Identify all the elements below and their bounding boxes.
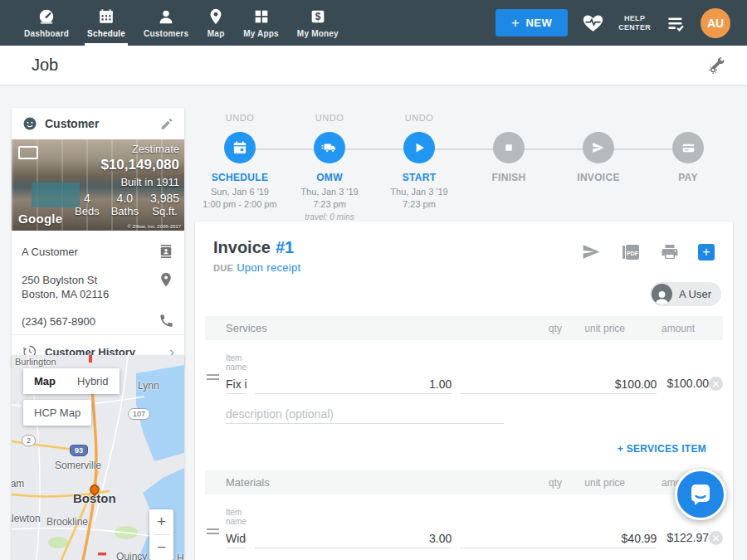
chat-messenger-button[interactable] bbox=[675, 469, 726, 520]
route-107-shield: 107 bbox=[128, 408, 150, 420]
invoice-step-icon[interactable] bbox=[583, 132, 614, 163]
step-label: SCHEDULE bbox=[212, 172, 268, 183]
due-value-link[interactable]: Upon receipt bbox=[237, 261, 300, 274]
step-date-line: Thu, Jan 3 '19 bbox=[390, 186, 447, 198]
map-type-map-button[interactable]: Map bbox=[23, 368, 66, 394]
nav-item-customers[interactable]: Customers bbox=[134, 0, 198, 46]
job-settings-icon[interactable] bbox=[707, 56, 727, 75]
nav-item-dashboard[interactable]: Dashboard bbox=[15, 0, 78, 46]
svg-text:$: $ bbox=[315, 11, 321, 22]
nav-label: Schedule bbox=[87, 29, 125, 38]
customer-phone: (234) 567-8900 bbox=[22, 313, 159, 329]
remove-material-item-button[interactable]: ✕ bbox=[709, 531, 723, 545]
sqft-value: 3,985 bbox=[150, 192, 179, 205]
service-unit-price-input[interactable] bbox=[460, 374, 657, 394]
service-description-input[interactable] bbox=[226, 404, 504, 424]
service-item-name-input[interactable] bbox=[226, 374, 247, 394]
schedule-icon bbox=[97, 7, 115, 26]
qty-column-header: qty bbox=[507, 323, 562, 334]
job-timeline: UNDO SCHEDULE Sun, Jan 6 '19 1:00 pm - 2… bbox=[195, 113, 733, 223]
map-label-waltham: ham bbox=[12, 478, 24, 489]
sqft-label: Sq.ft. bbox=[150, 205, 179, 217]
nav-items: Dashboard Schedule Customers Map My Apps bbox=[0, 0, 348, 46]
heart-pulse-icon[interactable] bbox=[582, 12, 604, 34]
contact-card-icon[interactable] bbox=[158, 243, 174, 260]
route-2-shield: 2 bbox=[22, 435, 36, 446]
invoice-number[interactable]: #1 bbox=[276, 238, 294, 256]
send-icon[interactable] bbox=[581, 241, 602, 262]
undo-start-button[interactable]: UNDO bbox=[405, 113, 433, 124]
service-qty-input[interactable] bbox=[255, 374, 452, 394]
material-item-name-input[interactable] bbox=[226, 528, 247, 548]
undo-schedule-button[interactable]: UNDO bbox=[226, 113, 254, 124]
schedule-step-icon[interactable] bbox=[224, 132, 256, 163]
hcp-map-button[interactable]: HCP Map bbox=[23, 400, 91, 426]
map-label-newton: Newton bbox=[12, 513, 41, 524]
remove-service-item-button[interactable]: ✕ bbox=[709, 377, 723, 391]
materials-section-header: Materials qty unit price amount bbox=[205, 470, 723, 494]
step-date-line: Sun, Jan 6 '19 bbox=[203, 186, 276, 198]
add-services-item-link[interactable]: + SERVICES ITEM bbox=[618, 443, 706, 455]
assignee-pill[interactable]: A User bbox=[650, 282, 721, 306]
assignee-row: A User bbox=[195, 274, 733, 313]
new-button[interactable]: + NEW bbox=[496, 9, 568, 37]
travel-time: travel: 0 mins bbox=[300, 211, 358, 223]
step-label: INVOICE bbox=[577, 172, 619, 183]
home-stats: 4Beds 4.0Baths 3,985Sq.ft. bbox=[75, 192, 179, 217]
start-step-icon[interactable] bbox=[403, 132, 435, 163]
finish-step-icon[interactable] bbox=[493, 132, 525, 163]
material-unit-price-input[interactable] bbox=[460, 528, 657, 548]
help-line1: HELP bbox=[618, 14, 651, 23]
nav-item-map[interactable]: Map bbox=[198, 0, 234, 46]
list-check-icon[interactable] bbox=[665, 12, 686, 34]
zoom-out-button[interactable]: − bbox=[149, 535, 173, 560]
services-section-header: Services qty unit price amount bbox=[205, 316, 723, 340]
street-view-icon[interactable] bbox=[18, 146, 38, 159]
edit-pencil-icon[interactable] bbox=[159, 116, 174, 131]
customer-name: A Customer bbox=[22, 243, 158, 259]
step-label: OMW bbox=[316, 172, 343, 183]
assignee-name: A User bbox=[679, 288, 711, 300]
location-pin-icon[interactable] bbox=[158, 271, 174, 288]
baths-value: 4.0 bbox=[111, 192, 139, 205]
undo-omw-button[interactable]: UNDO bbox=[315, 113, 344, 124]
map-type-hybrid-button[interactable]: Hybrid bbox=[66, 368, 120, 394]
nav-label: Customers bbox=[144, 29, 188, 38]
step-label: START bbox=[403, 172, 437, 183]
mini-map[interactable]: Burlington Lynn Somerville ham Boston Ne… bbox=[12, 355, 184, 560]
zestimate-label: Zestimate bbox=[75, 143, 179, 155]
pay-step-icon[interactable] bbox=[672, 132, 704, 163]
nav-item-my-apps[interactable]: My Apps bbox=[234, 0, 288, 46]
nav-item-my-money[interactable]: $ My Money bbox=[288, 0, 348, 46]
i93-shield: 93 bbox=[70, 445, 88, 456]
drag-handle-icon[interactable] bbox=[207, 526, 219, 537]
nav-label: Map bbox=[208, 29, 225, 38]
nav-item-schedule[interactable]: Schedule bbox=[78, 0, 134, 46]
map-zoom-control: + − bbox=[149, 509, 173, 560]
item-name-label: Item name bbox=[226, 508, 247, 526]
item-name-label: Item name bbox=[226, 353, 247, 372]
qty-column-header: qty bbox=[507, 477, 562, 489]
add-invoice-button[interactable]: + bbox=[698, 244, 715, 261]
drag-handle-icon[interactable] bbox=[207, 372, 219, 382]
pdf-icon[interactable]: PDF bbox=[620, 242, 642, 262]
add-services-row: + SERVICES ITEM bbox=[205, 424, 723, 467]
google-watermark: Google bbox=[18, 212, 62, 226]
map-label-burlington: Burlington bbox=[15, 357, 56, 367]
address-line1: 250 Boylston St bbox=[22, 273, 158, 287]
zoom-in-button[interactable]: + bbox=[149, 509, 173, 534]
material-qty-input[interactable] bbox=[255, 528, 452, 548]
help-center-button[interactable]: HELP CENTER bbox=[618, 14, 651, 32]
apps-grid-icon bbox=[252, 7, 271, 26]
zestimate-value: $10,149,080 bbox=[75, 157, 179, 173]
omw-step-icon[interactable] bbox=[314, 132, 345, 163]
step-dates: Thu, Jan 3 '19 7:23 pm travel: 0 mins bbox=[300, 186, 358, 223]
map-pin-icon bbox=[207, 7, 225, 26]
phone-icon[interactable] bbox=[159, 313, 174, 329]
due-label: DUE bbox=[213, 263, 233, 273]
unit-price-column-header: unit price bbox=[570, 323, 625, 334]
zestimate-overlay: Zestimate $10,149,080 Built in 1911 4Bed… bbox=[75, 143, 179, 217]
print-icon[interactable] bbox=[660, 242, 680, 262]
user-avatar[interactable]: AU bbox=[701, 8, 730, 38]
map-label-quincy: Quincy bbox=[116, 551, 147, 560]
